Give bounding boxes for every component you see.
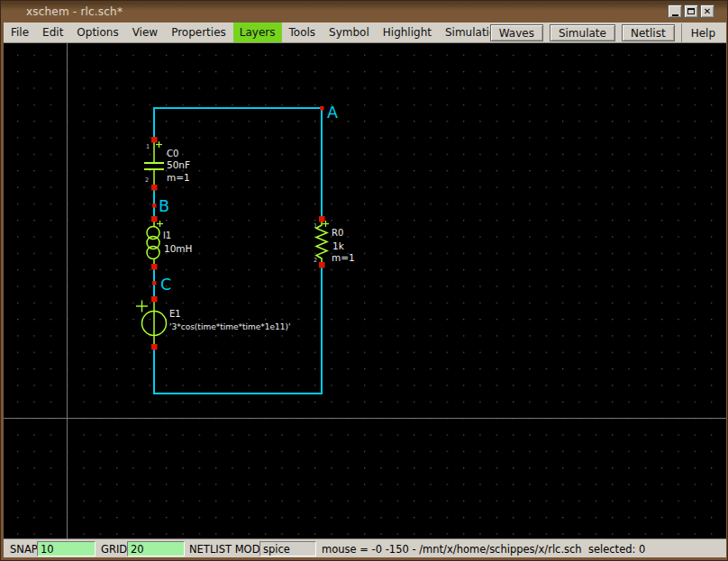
waves-button[interactable]: Waves	[490, 24, 543, 41]
menu-view[interactable]: View	[126, 23, 164, 42]
menu-layers[interactable]: Layers	[233, 23, 282, 42]
menu-help[interactable]: Help	[681, 23, 724, 42]
snap-input[interactable]	[37, 541, 96, 556]
res-pin2-number: 2	[314, 257, 317, 264]
cap-ref: C0	[167, 149, 178, 158]
net-label-b: B	[159, 197, 169, 215]
cap-mult: m=1	[167, 172, 190, 183]
maximize-button[interactable]	[684, 5, 698, 18]
close-icon: ✕	[704, 6, 711, 16]
window-title: xschem - rlc.sch*	[26, 5, 123, 18]
menu-edit[interactable]: Edit	[36, 23, 69, 42]
ind-ref: l1	[163, 231, 171, 240]
pin-square	[319, 262, 325, 268]
vsource-ref: E1	[169, 309, 181, 319]
grid-dots	[4, 43, 726, 538]
minimize-button[interactable]	[668, 5, 682, 18]
menu-symbol[interactable]: Symbol	[323, 23, 376, 42]
netlist-mode-input[interactable]	[259, 541, 316, 556]
title-bar: xschem - rlc.sch* ✕	[1, 1, 728, 23]
cap-value: 50nF	[167, 159, 190, 170]
grid-input[interactable]	[127, 541, 185, 556]
menu-highlight[interactable]: Highlight	[377, 23, 438, 42]
res-mult: m=1	[332, 252, 355, 263]
res-pin1-number: 1	[314, 222, 317, 230]
netlist-button[interactable]: Netlist	[622, 24, 675, 41]
menu-actions: Waves Simulate Netlist Help	[490, 23, 724, 42]
status-bar: SNAP: GRID: NETLIST MODE: mouse = -0 -15…	[4, 538, 726, 557]
cap-pin1-number: 1	[146, 143, 150, 150]
pin-square	[151, 264, 158, 270]
pin-square	[151, 185, 158, 191]
mouse-info-text: mouse = -0 -150 - /mnt/x/home/schippes/x…	[322, 543, 645, 556]
ind-value: 10mH	[164, 243, 193, 254]
pin-square	[151, 216, 158, 222]
label-pin-square	[152, 204, 157, 208]
res-value: 1k	[332, 240, 345, 251]
maximize-icon	[687, 8, 695, 14]
pin-square	[151, 296, 158, 303]
close-button[interactable]: ✕	[700, 5, 714, 18]
menu-bar: File Edit Options View Properties Layers…	[4, 23, 726, 43]
menu-tools[interactable]: Tools	[283, 23, 323, 42]
simulate-button[interactable]: Simulate	[550, 24, 615, 41]
minimize-icon	[672, 14, 678, 16]
pin-square	[319, 216, 325, 222]
vsource-value: '3*cos(time*time*time*1e11)'	[169, 322, 291, 331]
cap-pin2-number: 2	[145, 176, 149, 184]
pin-square	[151, 137, 158, 143]
menu-properties[interactable]: Properties	[165, 23, 232, 42]
menu-file[interactable]: File	[5, 23, 35, 42]
label-pin-square	[152, 281, 157, 285]
net-label-c: C	[160, 276, 171, 294]
pin-square	[151, 344, 158, 350]
label-pin-square	[320, 106, 324, 111]
res-ref: R0	[332, 228, 343, 238]
menu-options[interactable]: Options	[70, 23, 124, 42]
netlist-mode-label: NETLIST MODE:	[189, 543, 270, 556]
net-label-a: A	[327, 104, 338, 122]
schematic-canvas[interactable]: 1 2 C0 50nF m=1 l1 10mH	[4, 43, 726, 538]
window-controls: ✕	[668, 5, 714, 18]
